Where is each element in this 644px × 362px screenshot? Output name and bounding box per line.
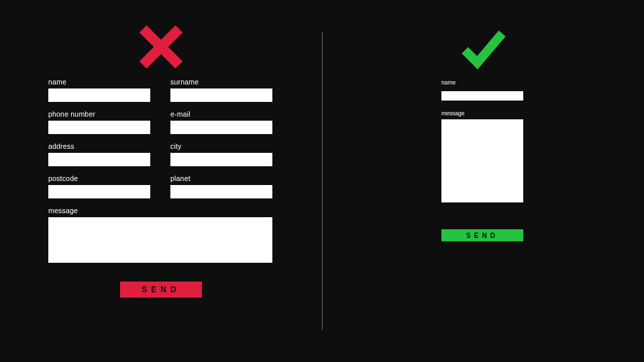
label-message: message (48, 206, 272, 215)
label-name: name (48, 78, 150, 86)
input-message[interactable] (441, 119, 523, 202)
send-button[interactable]: SEND (120, 282, 202, 298)
label-city: city (170, 142, 272, 150)
field-address: address (48, 142, 150, 166)
input-postcode[interactable] (48, 185, 150, 198)
bad-example-panel: name surname phone number e-mail address (0, 0, 322, 362)
label-message: message (441, 110, 523, 117)
good-contact-form: name message SEND (441, 79, 523, 241)
input-planet[interactable] (170, 185, 272, 198)
label-email: e-mail (170, 110, 272, 118)
input-city[interactable] (170, 153, 272, 166)
field-phone: phone number (48, 110, 150, 134)
label-address: address (48, 142, 150, 150)
input-name[interactable] (48, 88, 150, 102)
input-email[interactable] (170, 121, 272, 134)
input-message[interactable] (48, 217, 272, 263)
input-surname[interactable] (170, 88, 272, 102)
bad-contact-form: name surname phone number e-mail address (48, 78, 274, 298)
input-address[interactable] (48, 153, 150, 166)
cross-icon (0, 19, 322, 75)
check-icon (322, 19, 644, 75)
field-name: name (48, 78, 150, 102)
label-phone: phone number (48, 110, 150, 118)
field-name: name (441, 79, 523, 110)
label-postcode: postcode (48, 174, 150, 182)
field-message: message (48, 206, 272, 265)
field-planet: planet (170, 174, 272, 198)
send-button[interactable]: SEND (441, 229, 523, 241)
field-surname: surname (170, 78, 272, 102)
good-example-panel: name message SEND (322, 0, 644, 362)
field-city: city (170, 142, 272, 166)
field-email: e-mail (170, 110, 272, 134)
field-message: message (441, 110, 523, 205)
input-phone[interactable] (48, 121, 150, 134)
input-name[interactable] (441, 91, 523, 101)
label-surname: surname (170, 78, 272, 86)
field-postcode: postcode (48, 174, 150, 198)
label-planet: planet (170, 174, 272, 182)
label-name: name (441, 79, 523, 86)
